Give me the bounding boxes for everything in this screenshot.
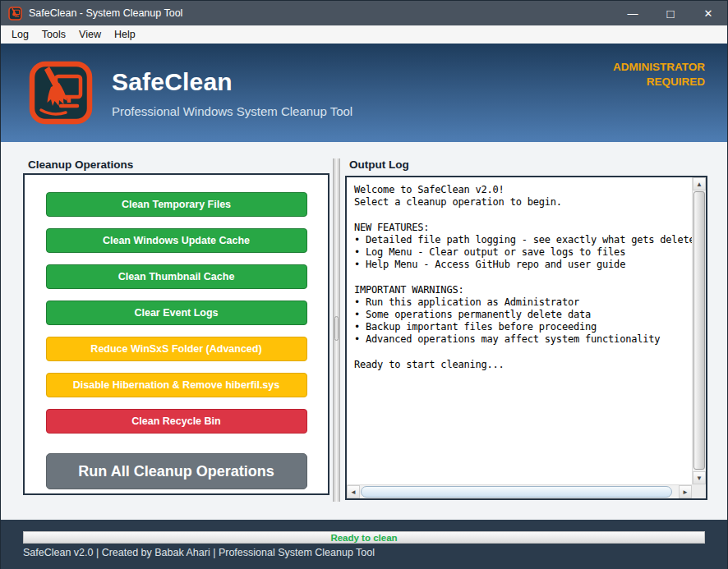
footer-credits: SafeClean v2.0 | Created by Babak Ahari … [23,547,375,558]
header-text: SafeClean Professional Windows System Cl… [112,68,352,118]
app-broom-icon [8,7,22,21]
horizontal-scrollbar[interactable]: ◄ ► [347,484,692,498]
menu-help[interactable]: Help [108,25,142,44]
maximize-icon[interactable]: □ [652,1,689,25]
log-text: Welcome to SafeClean v2.0! Select a clea… [347,177,692,371]
app-title: SafeClean [112,68,352,96]
scroll-up-icon[interactable]: ▲ [693,177,706,190]
clear-event-logs-button[interactable]: Clear Event Logs [46,301,307,325]
cleanup-panel: Clean Temporary Files Clean Windows Upda… [23,173,329,495]
disable-hibernation-button[interactable]: Disable Hibernation & Remove hiberfil.sy… [46,373,307,397]
main-content: Cleanup Operations Clean Temporary Files… [1,142,727,520]
menu-tools[interactable]: Tools [35,25,72,44]
scroll-down-icon[interactable]: ▼ [693,471,706,484]
panel-splitter[interactable] [333,158,340,502]
run-all-operations-button[interactable]: Run All Cleanup Operations [46,453,307,489]
app-header: SafeClean Professional Windows System Cl… [1,44,727,142]
app-logo-broom-monitor-icon [28,60,94,126]
menu-bar: Log Tools View Help [1,25,727,44]
splitter-thumb[interactable] [334,316,339,341]
app-subtitle: Professional Windows System Cleanup Tool [112,104,352,118]
horizontal-scroll-thumb[interactable] [361,486,672,498]
output-log-panel: Welcome to SafeClean v2.0! Select a clea… [345,176,707,500]
title-bar: SafeClean - System Cleanup Tool — □ ✕ [1,1,727,25]
app-window: SafeClean - System Cleanup Tool — □ ✕ Lo… [0,0,728,569]
menu-view[interactable]: View [72,25,108,44]
admin-badge-line2: REQUIRED [613,75,705,89]
clean-recycle-bin-button[interactable]: Clean Recycle Bin [46,409,307,434]
footer-bar: Ready to clean SafeClean v2.0 | Created … [1,520,727,569]
close-icon[interactable]: ✕ [689,1,727,25]
clean-thumbnail-cache-button[interactable]: Clean Thumbnail Cache [46,264,307,289]
window-title: SafeClean - System Cleanup Tool [29,7,182,19]
admin-required-badge: ADMINISTRATOR REQUIRED [613,60,705,89]
reduce-winsxs-button[interactable]: Reduce WinSxS Folder (Advanced) [46,337,307,361]
vertical-scroll-thumb[interactable] [693,191,705,470]
scroll-left-icon[interactable]: ◄ [347,485,360,498]
admin-badge-line1: ADMINISTRATOR [613,60,705,75]
minimize-icon[interactable]: — [614,1,652,25]
window-controls: — □ ✕ [614,1,727,25]
scrollbar-corner [692,484,706,498]
vertical-scrollbar[interactable]: ▲ ▼ [692,177,706,484]
clean-temp-files-button[interactable]: Clean Temporary Files [46,192,307,217]
log-output[interactable]: Welcome to SafeClean v2.0! Select a clea… [347,177,692,484]
menu-log[interactable]: Log [5,25,35,44]
cleanup-panel-title: Cleanup Operations [28,158,133,171]
status-text: Ready to clean [330,533,397,543]
status-progress-bar: Ready to clean [23,531,705,544]
output-panel-title: Output Log [349,158,409,171]
clean-windows-update-cache-button[interactable]: Clean Windows Update Cache [46,228,307,253]
scroll-right-icon[interactable]: ► [679,485,692,498]
